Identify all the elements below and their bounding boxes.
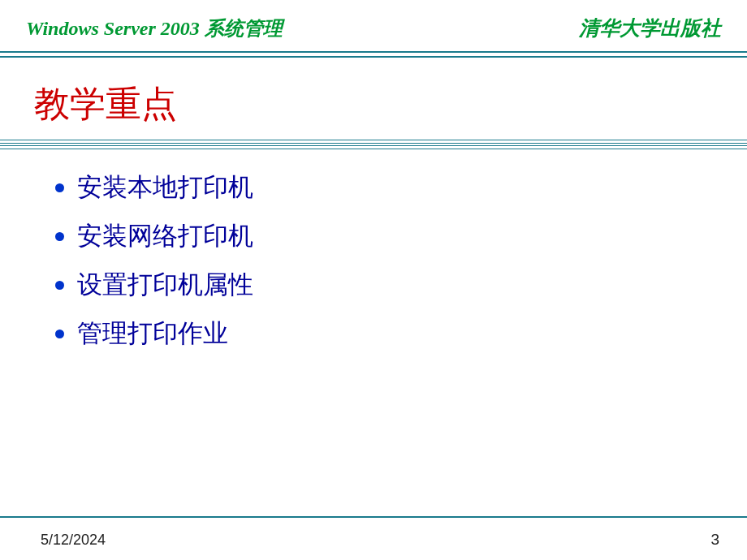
bullet-text: 管理打印作业 (77, 317, 228, 351)
bullet-text: 安装网络打印机 (77, 219, 253, 253)
bullet-icon (55, 232, 64, 241)
list-item: 设置打印机属性 (55, 268, 747, 302)
slide-content: 安装本地打印机 安装网络打印机 设置打印机属性 管理打印作业 (0, 151, 747, 351)
footer-page-number: 3 (710, 531, 719, 549)
header-divider (0, 51, 747, 58)
bullet-icon (55, 281, 64, 290)
footer-divider (0, 516, 747, 518)
bullet-text: 设置打印机属性 (77, 268, 253, 302)
slide-title: 教学重点 (0, 58, 747, 140)
header-right-text: 清华大学出版社 (579, 15, 721, 41)
header-left-text: Windows Server 2003 系统管理 (26, 15, 283, 41)
bullet-icon (55, 330, 64, 338)
bullet-icon (55, 183, 64, 192)
bullet-text: 安装本地打印机 (77, 170, 253, 205)
list-item: 安装本地打印机 (55, 170, 747, 205)
title-underline (0, 140, 747, 151)
list-item: 管理打印作业 (55, 317, 747, 351)
footer-date: 5/12/2024 (41, 532, 106, 549)
list-item: 安装网络打印机 (55, 219, 747, 253)
slide-footer: 5/12/2024 3 (0, 519, 747, 560)
slide-header: Windows Server 2003 系统管理 清华大学出版社 (0, 0, 747, 48)
